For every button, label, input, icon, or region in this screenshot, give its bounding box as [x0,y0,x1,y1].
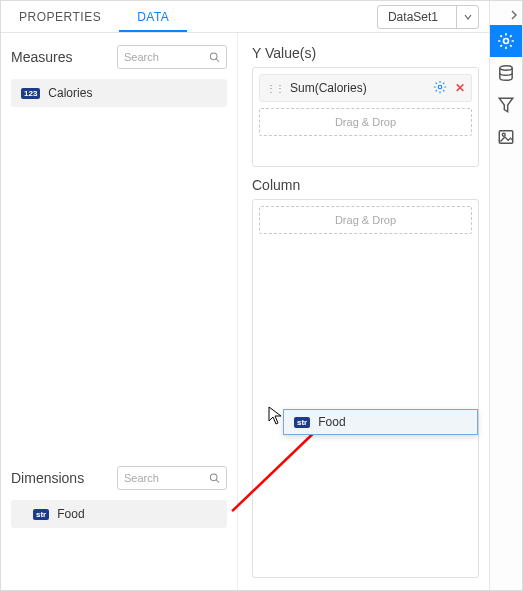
column-section: Column Drag & Drop [252,177,479,578]
drag-ghost-label: Food [318,415,345,429]
measure-label: Calories [48,86,92,100]
measures-search[interactable] [117,45,227,69]
image-icon [497,128,515,146]
rail-data-button[interactable] [490,57,522,89]
drag-handle-icon[interactable]: ⋮⋮ [266,83,284,94]
column-dropzone[interactable]: Drag & Drop [252,199,479,578]
tab-data[interactable]: DATA [119,1,187,32]
body: Measures 123 Calories Dimensions [1,33,489,590]
numeric-badge-icon: 123 [21,88,40,99]
svg-point-5 [504,39,509,44]
yvalue-pill-label: Sum(Calories) [290,81,367,95]
svg-point-4 [438,85,442,89]
svg-line-1 [217,59,220,62]
dimensions-block: Dimensions str Food [11,466,227,578]
right-pane: Y Value(s) ⋮⋮ Sum(Calories) ✕ [238,33,489,590]
tab-properties[interactable]: PROPERTIES [1,1,119,32]
yvalues-drop-slot[interactable]: Drag & Drop [259,108,472,136]
string-badge-icon: str [294,417,310,428]
search-icon [209,51,220,63]
svg-point-2 [211,474,218,481]
rail-image-button[interactable] [490,121,522,153]
measure-calories[interactable]: 123 Calories [11,79,227,107]
svg-point-8 [502,133,505,136]
svg-line-3 [217,480,220,483]
search-icon [209,472,220,484]
measures-header: Measures [11,45,227,69]
string-badge-icon: str [33,509,49,520]
svg-point-6 [500,66,512,71]
gear-icon [497,32,515,50]
database-icon [497,64,515,82]
filter-icon [497,96,515,114]
yvalues-title: Y Value(s) [252,45,479,61]
dimensions-title: Dimensions [11,470,84,486]
measures-search-input[interactable] [124,51,209,63]
rail-filter-button[interactable] [490,89,522,121]
yvalues-section: Y Value(s) ⋮⋮ Sum(Calories) ✕ [252,45,479,167]
close-icon[interactable]: ✕ [455,81,465,95]
svg-point-0 [211,53,218,60]
rail-settings-button[interactable] [490,25,522,57]
main-area: PROPERTIES DATA DataSet1 Measures [1,1,489,590]
cursor-icon [268,406,284,429]
drag-ghost-food: str Food [283,409,478,435]
drop-hint-text: Drag & Drop [335,116,396,128]
chevron-down-icon [456,6,478,28]
dimensions-search[interactable] [117,466,227,490]
app-root: PROPERTIES DATA DataSet1 Measures [0,0,523,591]
chevron-right-icon [510,10,518,20]
right-rail [489,1,522,590]
rail-collapse-button[interactable] [490,5,522,25]
column-drop-slot[interactable]: Drag & Drop [259,206,472,234]
dimensions-header: Dimensions [11,466,227,490]
dimension-label: Food [57,507,84,521]
dataset-selected-value: DataSet1 [378,10,456,24]
topbar-right: DataSet1 [377,5,489,29]
dimensions-search-input[interactable] [124,472,209,484]
topbar: PROPERTIES DATA DataSet1 [1,1,489,33]
yvalues-dropzone[interactable]: ⋮⋮ Sum(Calories) ✕ Drag & Drop [252,67,479,167]
tabs: PROPERTIES DATA [1,1,187,32]
left-pane: Measures 123 Calories Dimensions [1,33,238,590]
dataset-select[interactable]: DataSet1 [377,5,479,29]
gear-icon[interactable] [433,80,447,97]
dimension-food[interactable]: str Food [11,500,227,528]
drop-hint-text: Drag & Drop [335,214,396,226]
yvalue-pill-sum-calories[interactable]: ⋮⋮ Sum(Calories) ✕ [259,74,472,102]
column-title: Column [252,177,479,193]
measures-title: Measures [11,49,72,65]
